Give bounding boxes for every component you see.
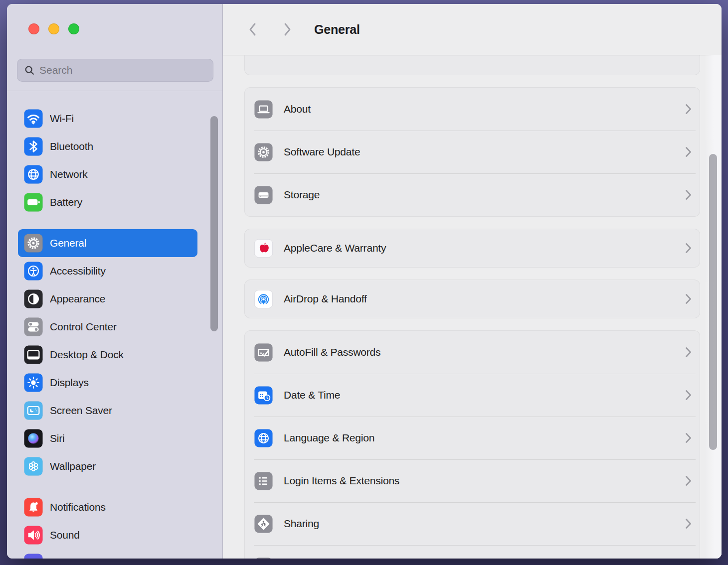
window-controls — [28, 23, 79, 34]
bell-icon — [24, 498, 43, 517]
back-button[interactable] — [246, 21, 258, 38]
network-globe-icon — [24, 165, 43, 184]
sidebar-item-label: Focus — [50, 557, 78, 559]
chevron-left-icon — [248, 22, 256, 36]
settings-row-about[interactable]: About — [245, 88, 700, 131]
globe-icon — [254, 429, 273, 447]
main-header: General — [223, 4, 722, 55]
minimize-window-button[interactable] — [48, 23, 59, 34]
search-input[interactable]: Search — [17, 59, 213, 82]
sidebar-item-desktop-dock[interactable]: Desktop & Dock — [18, 341, 197, 369]
desktop-dock-icon — [24, 345, 43, 364]
settings-row-label: Language & Region — [284, 432, 374, 444]
sidebar-item-label: Bluetooth — [50, 141, 93, 152]
control-center-icon — [24, 317, 43, 336]
settings-row-label: About — [284, 103, 311, 115]
sidebar-item-label: Screen Saver — [50, 405, 112, 417]
sidebar-item-sound[interactable]: Sound — [18, 521, 197, 549]
settings-row-label: Sharing — [284, 518, 319, 530]
sidebar-nav: Wi-FiBluetoothNetworkBatteryGeneralAcces… — [18, 105, 197, 559]
chevron-right-icon — [685, 475, 692, 486]
sidebar-item-control-center[interactable]: Control Center — [18, 313, 197, 341]
settings-row-language-region[interactable]: Language & Region — [245, 417, 700, 459]
sidebar-item-label: Network — [50, 168, 88, 180]
calendar-clock-icon — [254, 386, 273, 405]
settings-row-sharing[interactable]: Sharing — [245, 502, 700, 545]
system-settings-window: Search Wi-FiBluetoothNetworkBatteryGener… — [7, 4, 722, 559]
sidebar-item-wallpaper[interactable]: Wallpaper — [18, 452, 197, 480]
settings-row-label: Storage — [284, 189, 320, 201]
sidebar-item-label: Control Center — [50, 321, 117, 333]
sidebar-item-focus[interactable]: Focus — [18, 549, 197, 559]
sidebar: Search Wi-FiBluetoothNetworkBatteryGener… — [7, 4, 223, 559]
sidebar-item-label: General — [50, 237, 86, 249]
sidebar-item-label: Siri — [50, 432, 65, 444]
sidebar-group: Wi-FiBluetoothNetworkBattery — [18, 105, 197, 216]
moon-icon — [24, 554, 43, 559]
sidebar-item-bluetooth[interactable]: Bluetooth — [18, 133, 197, 160]
sidebar-group: GeneralAccessibilityAppearanceControl Ce… — [18, 229, 197, 480]
settings-card-partial-top — [244, 55, 700, 75]
content-scrollbar[interactable] — [709, 154, 717, 450]
settings-row-label: Login Items & Extensions — [284, 475, 399, 487]
chevron-right-icon — [685, 347, 692, 358]
settings-row-software-update[interactable]: Software Update — [245, 131, 700, 173]
page-title: General — [314, 22, 360, 37]
settings-row-label: AutoFill & Passwords — [284, 346, 380, 358]
sidebar-item-general[interactable]: General — [18, 229, 197, 257]
settings-row-label: AppleCare & Warranty — [284, 242, 386, 254]
settings-row-airdrop-handoff[interactable]: AirDrop & Handoff — [245, 280, 700, 318]
main-pane: General AboutSoftware UpdateStorageApple… — [223, 4, 722, 559]
settings-row-autofill-passwords[interactable]: AutoFill & Passwords — [245, 331, 700, 374]
settings-card-applecare: AppleCare & Warranty — [244, 229, 700, 268]
battery-icon — [24, 193, 43, 212]
sidebar-item-label: Desktop & Dock — [50, 349, 124, 361]
sidebar-item-wifi[interactable]: Wi-Fi — [18, 105, 197, 133]
sidebar-item-label: Sound — [50, 529, 80, 541]
settings-content: AboutSoftware UpdateStorageAppleCare & W… — [223, 55, 722, 559]
sidebar-item-screen-saver[interactable]: Screen Saver — [18, 397, 197, 424]
gear-icon — [24, 234, 43, 253]
chevron-right-icon — [685, 146, 692, 157]
sidebar-separator — [7, 91, 222, 91]
forward-button[interactable] — [282, 21, 294, 38]
settings-card-system: AboutSoftware UpdateStorage — [244, 87, 700, 217]
sidebar-scrollbar[interactable] — [210, 116, 218, 331]
sun-icon — [24, 373, 43, 392]
settings-row-startup-disk[interactable]: Startup Disk — [245, 545, 700, 559]
chevron-right-icon — [685, 243, 692, 254]
gear-icon — [254, 143, 273, 161]
sidebar-item-network[interactable]: Network — [18, 160, 197, 188]
sidebar-item-label: Notifications — [50, 501, 106, 513]
sidebar-item-siri[interactable]: Siri — [18, 424, 197, 452]
sidebar-item-appearance[interactable]: Appearance — [18, 285, 197, 313]
speaker-icon — [24, 526, 43, 545]
screen-saver-icon — [24, 401, 43, 420]
sidebar-item-battery[interactable]: Battery — [18, 188, 197, 216]
settings-row-applecare-warranty[interactable]: AppleCare & Warranty — [245, 229, 700, 267]
settings-row-label: Date & Time — [284, 389, 340, 401]
sidebar-item-accessibility[interactable]: Accessibility — [18, 257, 197, 285]
search-icon — [24, 65, 35, 76]
sidebar-item-displays[interactable]: Displays — [18, 369, 197, 397]
autofill-passwords-icon — [254, 343, 273, 362]
settings-row-date-time[interactable]: Date & Time — [245, 374, 700, 417]
settings-row-storage[interactable]: Storage — [245, 173, 700, 216]
sidebar-item-label: Appearance — [50, 293, 105, 305]
storage-drive-icon — [254, 186, 273, 204]
settings-row-login-items[interactable]: Login Items & Extensions — [245, 459, 700, 502]
sidebar-item-label: Accessibility — [50, 265, 106, 277]
zoom-window-button[interactable] — [68, 23, 79, 34]
settings-row-label: Software Update — [284, 146, 360, 158]
sidebar-item-label: Battery — [50, 196, 82, 208]
sidebar-item-notifications[interactable]: Notifications — [18, 493, 197, 521]
close-window-button[interactable] — [28, 23, 39, 34]
sharing-person-icon — [254, 515, 273, 533]
chevron-right-icon — [685, 104, 692, 115]
list-icon — [254, 472, 273, 490]
chevron-right-icon — [685, 293, 692, 304]
wifi-icon — [24, 109, 43, 128]
search-placeholder: Search — [39, 64, 73, 76]
sidebar-item-label: Displays — [50, 377, 89, 389]
settings-card-airdrop: AirDrop & Handoff — [244, 280, 700, 318]
